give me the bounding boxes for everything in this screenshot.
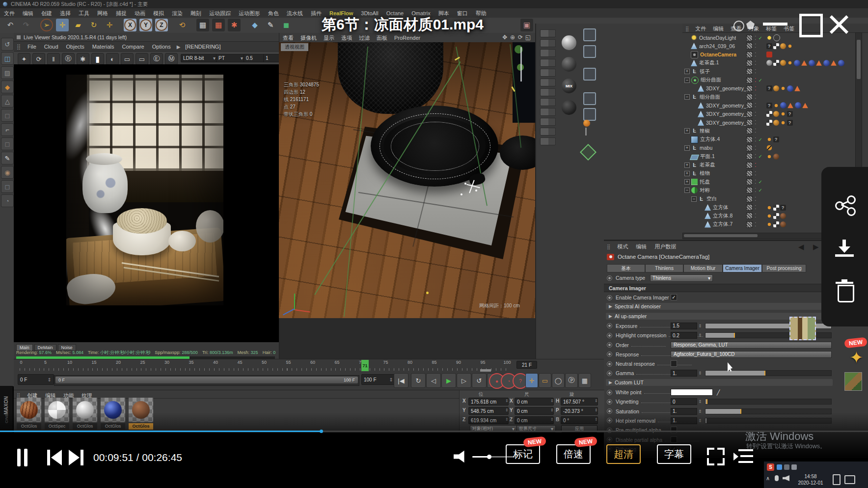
subtitles-button[interactable]: 字幕 (657, 444, 691, 464)
visibility-dots-icon[interactable]: ⁚ (755, 120, 757, 125)
model-mode-icon[interactable]: ◫ (1, 52, 14, 65)
object-row[interactable]: 3DXY_geometry_55⁚? (682, 101, 862, 109)
object-row[interactable]: 3DXY_geometry_31⁚? (682, 110, 862, 118)
anim-dot-icon[interactable] (607, 275, 612, 281)
drag-texture-thumbnail[interactable] (789, 317, 816, 340)
current-frame-field[interactable]: 0 F⇕ (18, 374, 54, 385)
odot-tag-icon[interactable] (766, 221, 772, 227)
quality-button[interactable]: 超清 (606, 444, 641, 464)
lv-flash-icon[interactable]: ✦ (18, 53, 30, 65)
visibility-dots-icon[interactable]: ⁚ (755, 196, 757, 202)
om-menu-文件[interactable]: 文件 (692, 24, 709, 33)
lv-menu-arrow-icon[interactable]: ▶ (175, 43, 183, 51)
odot-tag-icon[interactable] (787, 60, 793, 66)
am-tab-Thinlens[interactable]: Thinlens (645, 264, 683, 272)
dropdown[interactable]: Response, Gamma, LUT (671, 342, 832, 349)
am-row-vignetting[interactable]: Vignetting0⇕ (607, 398, 833, 406)
lv-spin-b[interactable]: 1 (263, 54, 281, 62)
palette-slot-icon[interactable] (540, 49, 556, 57)
anim-dot-icon[interactable] (607, 333, 612, 338)
q-tag-icon[interactable]: ? (773, 136, 779, 142)
menu-item-渲染[interactable]: 渲染 (168, 9, 187, 18)
undo-icon[interactable]: ↶ (4, 19, 17, 31)
am-menu-用户数据[interactable]: 用户数据 (651, 242, 680, 251)
layer-icon[interactable] (746, 119, 753, 126)
share-icon[interactable] (835, 195, 854, 214)
palette-grid-icon[interactable] (583, 45, 596, 58)
pin-icon[interactable]: ✦ (849, 348, 864, 367)
visibility-dots-icon[interactable]: ⁚ (755, 188, 757, 193)
q-tag-icon[interactable]: ? (787, 111, 793, 117)
anim-dot-icon[interactable] (607, 295, 612, 300)
phong-tag-icon[interactable] (780, 43, 786, 49)
navy-tag-icon[interactable] (787, 85, 793, 92)
lv-menu-compare[interactable]: Compare (118, 43, 148, 51)
q-tag-icon[interactable]: ? (787, 120, 793, 126)
expander-icon[interactable]: − (684, 188, 690, 193)
eyedropper-icon[interactable]: ╱ (717, 389, 720, 395)
visibility-dots-icon[interactable]: ⁚ (755, 222, 757, 227)
visibility-dots-icon[interactable]: ⁚ (755, 43, 757, 49)
slider[interactable] (705, 399, 832, 405)
palette-slot-icon[interactable] (540, 69, 556, 77)
edges-mode-icon[interactable]: ◻ (1, 109, 14, 122)
menu-item-文件[interactable]: 文件 (0, 9, 19, 18)
spinner-icon[interactable]: ⇕ (595, 399, 598, 403)
pen-s-icon[interactable]: ✎ (1, 152, 14, 164)
layer-icon[interactable] (746, 170, 753, 177)
phong-tag-icon[interactable] (773, 111, 779, 117)
palette-target-icon[interactable] (583, 108, 596, 121)
palette-cube-outline-icon[interactable] (583, 28, 596, 41)
visibility-dots-icon[interactable]: ⁚ (755, 128, 757, 134)
expander-icon[interactable]: − (684, 94, 690, 100)
odot-tag-icon[interactable] (766, 154, 772, 160)
expander-icon[interactable]: + (684, 163, 690, 168)
palette-slot-icon[interactable] (540, 88, 556, 96)
odot-tag-icon[interactable] (780, 120, 786, 126)
checker-tag-icon[interactable] (773, 60, 779, 66)
lv-spin-a[interactable]: 0.5 (244, 54, 265, 62)
checker-tag-icon[interactable] (773, 205, 779, 211)
workplane-icon[interactable]: ◆ (1, 81, 14, 93)
object-row[interactable]: 平面.1⁚✓ (682, 152, 862, 161)
coord-field[interactable]: 167.507 ° (561, 398, 598, 406)
z-axis-icon[interactable]: Z (155, 19, 168, 31)
odot-tag-icon[interactable] (766, 205, 772, 211)
object-row[interactable]: 3DXY_geometry_33⁚? (682, 84, 862, 93)
navy-tag-icon[interactable] (780, 102, 787, 108)
palette-slot-icon[interactable] (540, 59, 556, 67)
layer-icon[interactable] (746, 94, 753, 100)
sculpt-icon[interactable]: ◉ (1, 166, 14, 179)
side-thumbnail[interactable] (844, 372, 862, 391)
loop-icon[interactable]: ↺ (472, 373, 487, 388)
visibility-dots-icon[interactable]: ⁚ (755, 213, 757, 218)
object-row[interactable]: −Ŀ细分曲面⁚ (682, 93, 862, 101)
lv-add-icon[interactable]: ▭ (136, 53, 148, 65)
layer-icon[interactable] (746, 187, 753, 193)
layer-icon[interactable] (746, 77, 753, 83)
visibility-dots-icon[interactable]: ⁚ (755, 137, 757, 142)
timeline-range-handle[interactable] (480, 369, 491, 372)
visibility-dots-icon[interactable]: ⁚ (755, 205, 757, 210)
volume-icon[interactable] (454, 450, 468, 463)
loop-range-icon[interactable]: ↻ (411, 373, 426, 388)
spinner-icon[interactable]: ⇕ (550, 408, 554, 412)
layer-icon[interactable] (746, 102, 753, 108)
am-row-gamma[interactable]: Gamma1.⇕ (607, 369, 833, 377)
q-tag-icon[interactable]: ? (780, 205, 786, 211)
render-settings-icon[interactable]: ✱ (228, 19, 241, 31)
lv-sphere-icon[interactable]: ◐ (106, 53, 119, 65)
layer-icon[interactable] (746, 136, 753, 143)
expander-icon[interactable]: + (684, 171, 690, 176)
axis-mode-icon[interactable]: ◻ (1, 137, 14, 150)
navy-tag-icon[interactable] (809, 60, 815, 66)
q-tag-icon[interactable]: ? (766, 103, 772, 108)
coord-field[interactable]: 175.618 cm (468, 398, 509, 406)
q-tag-icon[interactable]: ? (766, 43, 772, 49)
next-video-button[interactable] (69, 450, 83, 465)
download-icon[interactable] (835, 240, 854, 258)
render-view-icon[interactable]: ▦ (196, 19, 209, 31)
lv-bitdepth-dropdown[interactable]: LDR 8-bit▾ (181, 54, 218, 62)
odot-tag-icon[interactable] (780, 111, 786, 117)
end-frame-field[interactable]: 100 F⇕ (361, 374, 396, 385)
